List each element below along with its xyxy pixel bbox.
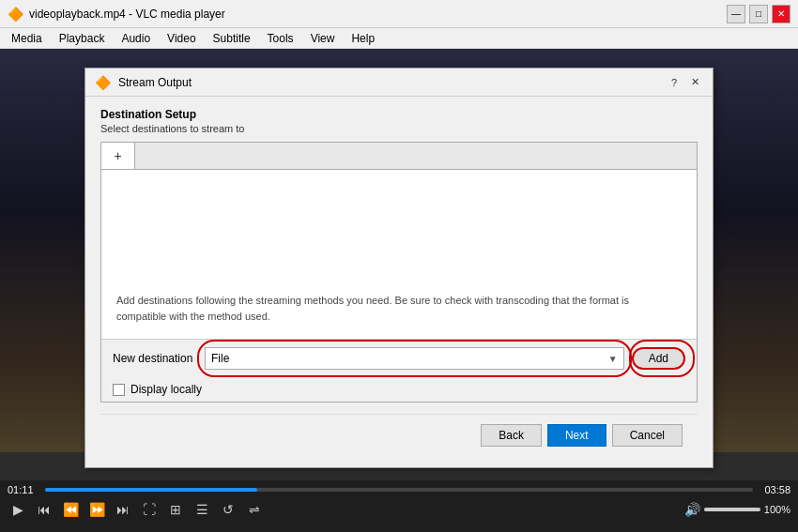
menu-help[interactable]: Help — [344, 30, 382, 47]
menu-playback[interactable]: Playback — [52, 30, 113, 47]
vlc-background: 🔶 videoplayback.mp4 - VLC media player —… — [0, 0, 798, 532]
menu-subtitle[interactable]: Subtitle — [206, 30, 258, 47]
next-button[interactable]: Next — [547, 424, 606, 447]
dialog-body: Destination Setup Select destinations to… — [85, 97, 713, 467]
dialog-help-button[interactable]: ? — [666, 74, 683, 91]
volume-percentage: 100% — [764, 504, 790, 515]
close-button[interactable]: ✕ — [772, 5, 790, 23]
window-title: videoplayback.mp4 - VLC media player — [29, 8, 225, 21]
fullscreen-button[interactable]: ⛶ — [139, 499, 160, 520]
volume-icon: 🔊 — [684, 502, 700, 517]
destination-setup-header: Destination Setup Select destinations to… — [100, 108, 698, 134]
minimize-button[interactable]: — — [727, 5, 745, 23]
display-locally-label: Display locally — [130, 383, 202, 396]
volume-bar-fill — [704, 508, 760, 511]
extended-button[interactable]: ⊞ — [165, 499, 186, 520]
modal-overlay: 🔶 Stream Output ? ✕ Destination Setup Se… — [0, 49, 798, 452]
video-area: 🔶 Stream Output ? ✕ Destination Setup Se… — [0, 49, 798, 452]
dropdown-arrow-icon: ▼ — [608, 354, 618, 364]
display-locally-checkbox[interactable] — [113, 384, 125, 396]
destination-setup-title: Destination Setup — [100, 108, 698, 121]
playlist-button[interactable]: ☰ — [192, 499, 212, 520]
volume-bar[interactable] — [704, 508, 760, 511]
dialog-footer: Back Next Cancel — [100, 414, 698, 456]
content-area: Add destinations following the streaming… — [101, 170, 697, 339]
prev-button[interactable]: ⏮ — [34, 499, 54, 520]
menu-tools[interactable]: Tools — [260, 30, 301, 47]
maximize-button[interactable]: □ — [749, 5, 768, 23]
menu-media[interactable]: Media — [4, 30, 50, 47]
dialog-title-text: Stream Output — [118, 76, 192, 89]
menu-view[interactable]: View — [303, 30, 343, 47]
next-button[interactable]: ⏭ — [113, 499, 133, 520]
controls-bar: 01:11 03:58 ▶ ⏮ ⏪ ⏩ ⏭ ⛶ ⊞ ☰ ↺ ⇌ 🔊 100% — [0, 480, 798, 532]
file-dropdown-wrapper: File ▼ — [205, 347, 624, 370]
random-button[interactable]: ⇌ — [244, 499, 265, 520]
menu-audio[interactable]: Audio — [114, 30, 158, 47]
progress-bar[interactable] — [45, 488, 753, 492]
next-frame-button[interactable]: ⏩ — [86, 499, 107, 520]
menu-bar: Media Playback Audio Video Subtitle Tool… — [0, 28, 798, 49]
time-elapsed: 01:11 — [8, 484, 41, 495]
play-button[interactable]: ▶ — [8, 499, 28, 520]
volume-area: 🔊 100% — [684, 502, 790, 517]
dialog-title-bar: 🔶 Stream Output ? ✕ — [85, 68, 713, 97]
display-locally-row: Display locally — [101, 377, 697, 402]
tabs-content-area: + Add destinations following the streami… — [100, 142, 698, 403]
vlc-app-icon: 🔶 — [8, 7, 23, 22]
tabs-row: + — [101, 143, 697, 170]
dialog-close-button[interactable]: ✕ — [686, 74, 703, 91]
back-button[interactable]: Back — [481, 424, 542, 447]
time-total: 03:58 — [757, 484, 790, 495]
add-destination-button[interactable]: Add — [632, 347, 685, 370]
progress-bar-fill — [45, 488, 257, 492]
progress-row: 01:11 03:58 — [0, 480, 798, 497]
dropdown-value: File — [211, 352, 229, 365]
add-destination-tab[interactable]: + — [101, 143, 135, 169]
loop-button[interactable]: ↺ — [218, 499, 238, 520]
controls-buttons-row: ▶ ⏮ ⏪ ⏩ ⏭ ⛶ ⊞ ☰ ↺ ⇌ 🔊 100% — [0, 497, 798, 522]
menu-video[interactable]: Video — [160, 30, 203, 47]
new-destination-label: New destination — [113, 352, 197, 365]
cancel-button[interactable]: Cancel — [612, 424, 683, 447]
prev-frame-button[interactable]: ⏪ — [60, 499, 81, 520]
info-text: Add destinations following the streaming… — [116, 293, 680, 324]
dialog-vlc-icon: 🔶 — [95, 75, 111, 90]
title-bar: 🔶 videoplayback.mp4 - VLC media player —… — [0, 0, 798, 28]
destination-dropdown[interactable]: File ▼ — [205, 347, 624, 370]
stream-output-dialog: 🔶 Stream Output ? ✕ Destination Setup Se… — [84, 68, 714, 468]
destination-setup-subtitle: Select destinations to stream to — [100, 123, 698, 134]
new-destination-row: New destination File ▼ Add — [101, 339, 697, 377]
